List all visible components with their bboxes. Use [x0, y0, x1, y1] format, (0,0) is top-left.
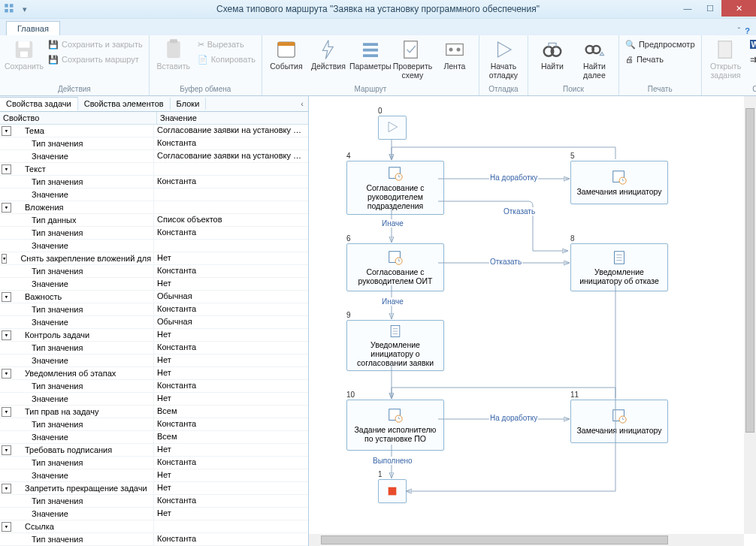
play-icon [492, 38, 515, 61]
expand-icon[interactable]: ▾ [2, 292, 11, 302]
prop-row[interactable]: ▾Уведомления об этапахНет [0, 367, 308, 380]
qat-app-icon[interactable] [3, 2, 17, 16]
cut-button[interactable]: ✂Вырезать [196, 37, 257, 52]
save-route-button[interactable]: 💾Сохранить маршрут [47, 52, 144, 67]
find-button[interactable]: Найти [533, 37, 572, 71]
tab-task-props[interactable]: Свойства задачи [0, 97, 78, 111]
ribbon-collapse-icon[interactable]: ˇ [738, 26, 741, 35]
params-button[interactable]: Параметры [351, 37, 390, 71]
expand-icon[interactable]: ▾ [2, 126, 11, 136]
prop-row[interactable]: Тип значенияКонстанта [0, 303, 308, 316]
debug-button[interactable]: Начать отладку [484, 37, 523, 80]
prop-row[interactable]: ▾Вложения [0, 201, 308, 214]
edge-4-else-label: Иначе [381, 219, 404, 228]
prop-row[interactable]: Тип значенияКонстанта [0, 137, 308, 150]
distribute-button[interactable]: ⇉Распространить [748, 52, 756, 67]
canvas-scrollbar-v[interactable] [744, 96, 756, 534]
node-num-0: 0 [378, 107, 383, 115]
node-5[interactable]: Замечания инициатору [570, 161, 668, 204]
property-grid[interactable]: СвойствоЗначение ▾ТемаСогласование заявк… [0, 112, 308, 546]
prop-row[interactable]: Тип значенияКонстанта [0, 227, 308, 240]
prop-row[interactable]: ▾ТемаСогласование заявки на установку пр… [0, 125, 308, 137]
prop-row[interactable]: ▾Контроль задачиНет [0, 329, 308, 342]
prop-row[interactable]: Тип значенияКонстанта [0, 176, 308, 189]
save-close-button[interactable]: 💾Сохранить и закрыть [47, 37, 144, 52]
save-button[interactable]: Сохранить [5, 37, 44, 71]
canvas-scrollbar-h[interactable] [309, 534, 744, 546]
prop-row[interactable]: ЗначениеНет [0, 508, 308, 520]
node-9[interactable]: Уведомление инициатору о согласовании за… [346, 320, 444, 371]
prop-row[interactable]: ЗначениеНет [0, 393, 308, 406]
prop-row[interactable]: Тип значенияКонстанта [0, 418, 308, 431]
expand-icon[interactable]: ▾ [2, 254, 7, 264]
prop-row[interactable]: ▾ВажностьОбычная [0, 291, 308, 303]
export-word-button[interactable]: WЭкспорт в Word [748, 37, 756, 52]
prop-row[interactable]: Тип значенияКонстанта [0, 495, 308, 508]
prop-row[interactable]: ▾Запретить прекращение задачиНет [0, 482, 308, 495]
expand-icon[interactable]: ▾ [2, 330, 11, 340]
svg-rect-0 [5, 4, 8, 8]
node-11[interactable]: Замечания инициатору [570, 400, 668, 443]
prop-row[interactable]: Тип значенияКонстанта [0, 265, 308, 278]
prop-row[interactable]: ▾Тип прав на задачуВсем [0, 406, 308, 418]
prop-row[interactable]: ЗначениеНет [0, 469, 308, 482]
prop-row[interactable]: ▾Снять закрепление вложений для удал...Н… [0, 252, 308, 265]
group-clipboard-label: Буфер обмена [154, 85, 257, 94]
prop-row[interactable]: Значение [0, 189, 308, 201]
paste-button[interactable]: Вставить [154, 37, 193, 71]
expand-icon[interactable]: ▾ [2, 164, 11, 174]
prop-row[interactable]: ▾Требовать подписанияНет [0, 444, 308, 457]
prop-row[interactable]: Тип данныхСписок объектов [0, 214, 308, 227]
tab-element-props[interactable]: Свойства элементов [78, 98, 171, 110]
expand-icon[interactable]: ▾ [2, 522, 11, 532]
events-button[interactable]: События [267, 37, 306, 71]
preview-button[interactable]: 🔍Предпросмотр [624, 37, 697, 52]
node-8-label: Уведомление инициатору об отказе [574, 267, 664, 285]
tape-button[interactable]: Лента [435, 37, 474, 71]
expand-icon[interactable]: ▾ [2, 484, 11, 493]
node-6[interactable]: Согласование с руководителем ОИТ [346, 243, 444, 291]
close-button[interactable]: ✕ [721, 0, 756, 17]
find-next-button[interactable]: Найти далее [575, 37, 614, 80]
prop-row[interactable]: ▾Ссылка [0, 520, 308, 533]
expand-icon[interactable]: ▾ [2, 445, 11, 455]
qat-dropdown-icon[interactable]: ▾ [18, 2, 32, 16]
expand-icon[interactable]: ▾ [2, 407, 11, 417]
node-start[interactable] [378, 116, 407, 140]
ribbon-tab-main[interactable]: Главная [6, 21, 60, 35]
node-9-label: Уведомление инициатору о согласовании за… [350, 340, 440, 367]
doings-button[interactable]: Действия [309, 37, 348, 71]
copy-button[interactable]: 📄Копировать [196, 52, 257, 67]
print-button[interactable]: 🖨Печать [624, 52, 697, 67]
prop-row[interactable]: ЗначениеСогласование заявки на установку… [0, 150, 308, 163]
prop-row[interactable]: Тип значенияКонстанта [0, 380, 308, 393]
prop-row[interactable]: Тип значенияКонстанта [0, 457, 308, 469]
expand-icon[interactable]: ▾ [2, 369, 11, 379]
prop-row[interactable]: ЗначениеНет [0, 278, 308, 291]
prop-row[interactable]: Тип значенияКонстанта [0, 342, 308, 354]
node-4[interactable]: Согласование с руководителем подразделен… [346, 161, 444, 215]
prop-row[interactable]: Значение [0, 240, 308, 252]
prop-row[interactable]: ЗначениеВсем [0, 431, 308, 444]
flow-canvas[interactable]: 0 4 Согласование с руководителем подразд… [309, 96, 756, 546]
prop-row[interactable]: ЗначениеНет [0, 354, 308, 367]
prop-row[interactable]: ▾Текст [0, 163, 308, 176]
maximize-button[interactable]: ☐ [699, 0, 721, 17]
edge-4-refuse-label: Отказать [503, 207, 536, 216]
open-task-button[interactable]: Открыть задания [706, 37, 745, 80]
tab-blocks[interactable]: Блоки [171, 98, 207, 110]
check-button[interactable]: Проверить схему [393, 37, 432, 80]
minimize-button[interactable]: — [676, 0, 699, 17]
help-icon[interactable]: ? [745, 26, 750, 35]
play-icon [385, 119, 400, 134]
panel-collapse-icon[interactable]: ‹ [296, 99, 308, 108]
expand-icon[interactable]: ▾ [2, 203, 11, 213]
node-10[interactable]: Задание исполнителю по установке ПО [346, 400, 444, 451]
tape-icon [443, 38, 466, 61]
prop-row[interactable]: ЗначениеОбычная [0, 316, 308, 329]
copy-icon: 📄 [198, 55, 208, 65]
prop-row[interactable]: Тип значенияКонстанта [0, 533, 308, 546]
svg-point-16 [449, 48, 452, 52]
node-8[interactable]: Уведомление инициатору об отказе [570, 243, 668, 291]
node-end[interactable] [378, 479, 407, 503]
